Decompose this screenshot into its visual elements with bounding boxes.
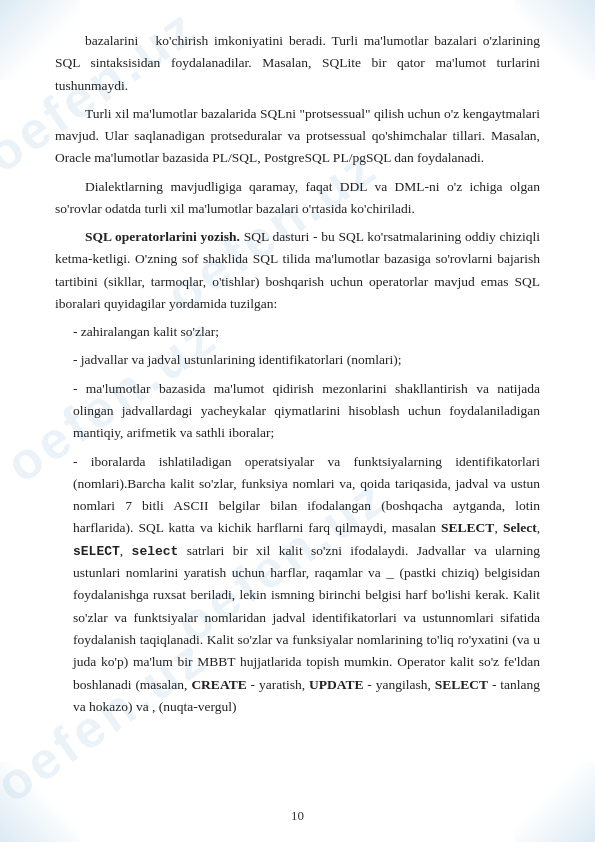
page-number: 10 xyxy=(291,808,304,824)
list-item-2: - jadvallar va jadval ustunlarining iden… xyxy=(73,349,540,371)
deco-corner-bottom-left xyxy=(0,762,80,842)
deco-corner-bottom-right xyxy=(515,762,595,842)
keyword-create: CREATE xyxy=(191,677,246,692)
keyword-select-3: sELECT xyxy=(73,543,120,558)
page: oefen.uz oefen.uz oefen.uz oefen.uz oefe… xyxy=(0,0,595,842)
keyword-select-4: select xyxy=(132,543,179,558)
keyword-select-2: Select xyxy=(503,520,537,535)
keyword-select-5: SELECT xyxy=(435,677,488,692)
paragraph-1: bazalarini ko'chirish imkoniyatini berad… xyxy=(55,30,540,97)
paragraph-4: SQL operatorlarini yozish. SQL dasturi -… xyxy=(55,226,540,315)
page-content: bazalarini ko'chirish imkoniyatini berad… xyxy=(0,0,595,752)
sql-operators-heading: SQL operatorlarini yozish. xyxy=(85,229,240,244)
keyword-select-1: SELECT xyxy=(441,520,494,535)
keyword-update: UPDATE xyxy=(309,677,364,692)
list-item-4-continuation: Barcha kalit so'zlar, funksiya nomlari v… xyxy=(73,476,540,714)
list-item-4: - iboralarda ishlatiladigan operatsiyala… xyxy=(73,451,540,719)
underscore-symbol: _ xyxy=(386,566,394,581)
list-item-3: - ma'lumotlar bazasida ma'lumot qidirish… xyxy=(73,378,540,445)
paragraph-3: Dialektlarning mavjudligiga qaramay, faq… xyxy=(55,176,540,221)
paragraph-2: Turli xil ma'lumotlar bazalarida SQLni "… xyxy=(55,103,540,170)
list-item-1: - zahiralangan kalit so'zlar; xyxy=(73,321,540,343)
